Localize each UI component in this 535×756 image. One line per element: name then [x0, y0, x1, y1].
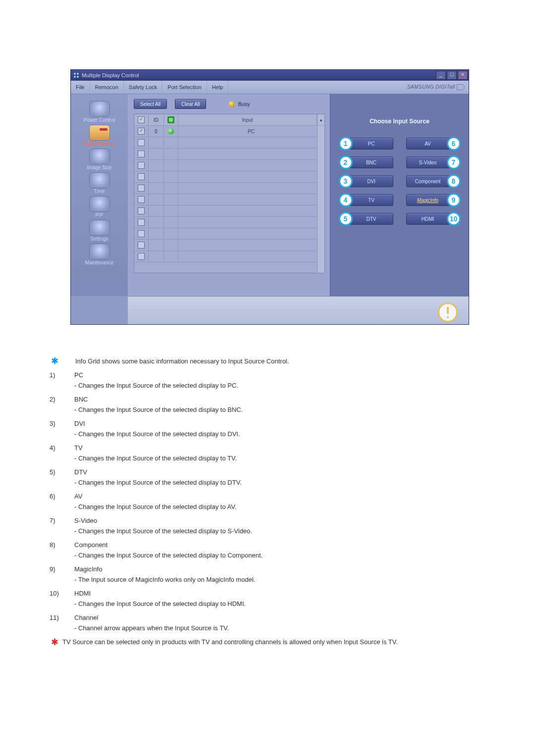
table-row[interactable] — [134, 217, 324, 228]
sidebar-icon — [89, 220, 110, 236]
app-window: Multiple Display Control _ □ × File Remo… — [70, 69, 469, 325]
menu-remocon[interactable]: Remocon — [90, 81, 124, 94]
header-input: Input — [178, 114, 317, 125]
maximize-button[interactable]: □ — [447, 71, 457, 80]
callout-badge: 9 — [447, 193, 461, 207]
table-row[interactable] — [134, 194, 324, 205]
info-grid: ID Input ▲ 0PC — [134, 114, 325, 273]
sidebar-item-input-source[interactable]: Input Source — [75, 125, 124, 147]
table-row[interactable] — [134, 137, 324, 149]
item-title: AV — [74, 492, 236, 502]
header-checkbox[interactable] — [138, 116, 145, 123]
table-row[interactable] — [134, 183, 324, 194]
table-row[interactable] — [134, 240, 324, 251]
minimize-button[interactable]: _ — [436, 71, 446, 80]
callout-badge: 5 — [339, 212, 353, 226]
item-title: S-Video — [74, 516, 252, 526]
row-checkbox[interactable] — [138, 196, 145, 203]
clear-all-button[interactable]: Clear All — [175, 99, 206, 109]
source-button-pc[interactable]: PC — [350, 138, 393, 150]
source-button-component[interactable]: Component — [406, 175, 450, 187]
doc-footnote: TV Source can be selected only in produc… — [62, 637, 485, 647]
source-button-s-video[interactable]: S-Video — [406, 156, 450, 168]
row-checkbox[interactable] — [138, 173, 145, 180]
row-checkbox[interactable] — [138, 207, 145, 214]
table-row[interactable]: 0PC — [134, 126, 324, 137]
row-checkbox[interactable] — [138, 151, 145, 157]
row-checkbox[interactable] — [138, 242, 145, 249]
header-status-icon — [167, 116, 174, 123]
item-number: 7) — [50, 516, 60, 536]
close-button[interactable]: × — [458, 71, 468, 80]
source-button-magicinfo[interactable]: MagicInfo — [406, 194, 450, 206]
table-row[interactable] — [134, 228, 324, 240]
item-title: MagicInfo — [74, 564, 255, 574]
table-row[interactable] — [134, 251, 324, 262]
menu-safety-lock[interactable]: Safety Lock — [124, 81, 162, 94]
row-id — [149, 251, 164, 262]
table-row[interactable] — [134, 160, 324, 171]
item-desc: - The Input source of MagicInfo works on… — [74, 575, 255, 585]
menu-help[interactable]: Help — [207, 81, 229, 94]
center-pane: Select All Clear All Busy ID Input ▲ — [128, 94, 330, 296]
sidebar-item-image-size[interactable]: Image Size — [75, 149, 124, 170]
warning-icon — [438, 302, 458, 322]
row-checkbox[interactable] — [138, 230, 145, 237]
doc-list-item: 6)AV- Changes the Input Source of the se… — [50, 492, 485, 512]
titlebar: Multiple Display Control _ □ × — [71, 70, 469, 81]
item-number: 8) — [50, 540, 60, 560]
source-button-bnc[interactable]: BNC — [350, 156, 393, 168]
sidebar-item-label: Time — [75, 189, 124, 194]
item-desc: - Changes the Input Source of the select… — [74, 526, 252, 536]
table-row[interactable] — [134, 149, 324, 160]
status-dot-icon — [168, 128, 174, 134]
row-input — [178, 160, 324, 171]
item-title: Channel — [74, 613, 229, 623]
sidebar-item-pip[interactable]: PIP — [75, 196, 124, 218]
source-button-dtv[interactable]: DTV — [350, 213, 393, 225]
sidebar-item-settings[interactable]: Settings — [75, 220, 124, 242]
callout-badge: 8 — [447, 174, 461, 188]
sidebar-item-maintenance[interactable]: Maintenance — [75, 244, 124, 265]
item-title: BNC — [74, 395, 243, 404]
row-checkbox[interactable] — [138, 185, 145, 192]
source-button-dvi[interactable]: DVI — [350, 175, 393, 187]
scroll-up[interactable]: ▲ — [317, 114, 324, 125]
app-title: Multiple Display Control — [82, 72, 139, 78]
source-button-av[interactable]: AV — [406, 138, 450, 150]
row-input — [178, 205, 324, 216]
menu-file[interactable]: File — [71, 81, 90, 94]
doc-list-item: 2)BNC- Changes the Input Source of the s… — [50, 395, 485, 415]
right-panel: Choose Input Source 1PCAV62BNCS-Video73D… — [330, 94, 469, 296]
table-row[interactable] — [134, 205, 324, 217]
row-checkbox[interactable] — [138, 253, 145, 260]
source-button-hdmi[interactable]: HDMI — [406, 213, 450, 225]
doc-list-item: 3)DVI- Changes the Input Source of the s… — [50, 419, 485, 439]
row-id — [149, 171, 164, 182]
item-title: DVI — [74, 419, 240, 429]
sidebar-item-time[interactable]: Time — [75, 172, 124, 194]
row-input — [178, 228, 324, 239]
row-checkbox[interactable] — [138, 219, 145, 226]
sidebar-item-power-control[interactable]: Power Control — [75, 101, 124, 123]
grid-header: ID Input ▲ — [134, 114, 324, 126]
row-checkbox[interactable] — [138, 139, 145, 146]
menu-port-selection[interactable]: Port Selection — [162, 81, 207, 94]
source-button-tv[interactable]: TV — [350, 194, 393, 206]
row-id — [149, 149, 164, 159]
star-icon: ✱ — [50, 638, 59, 647]
row-checkbox[interactable] — [138, 162, 145, 169]
doc-content: ✱ Info Grid shows some basic information… — [50, 356, 485, 647]
row-id: 0 — [149, 126, 164, 137]
item-title: PC — [74, 370, 238, 380]
item-number: 1) — [50, 370, 60, 391]
scrollbar[interactable] — [317, 126, 324, 273]
doc-list-item: 11)Channel- Channel arrow appears when t… — [50, 613, 485, 633]
row-input — [178, 149, 324, 159]
row-id — [149, 228, 164, 239]
table-row[interactable] — [134, 171, 324, 183]
row-checkbox[interactable] — [138, 128, 145, 135]
item-number: 3) — [50, 419, 60, 439]
select-all-button[interactable]: Select All — [134, 99, 167, 109]
doc-list-item: 1)PC- Changes the Input Source of the se… — [50, 370, 485, 391]
